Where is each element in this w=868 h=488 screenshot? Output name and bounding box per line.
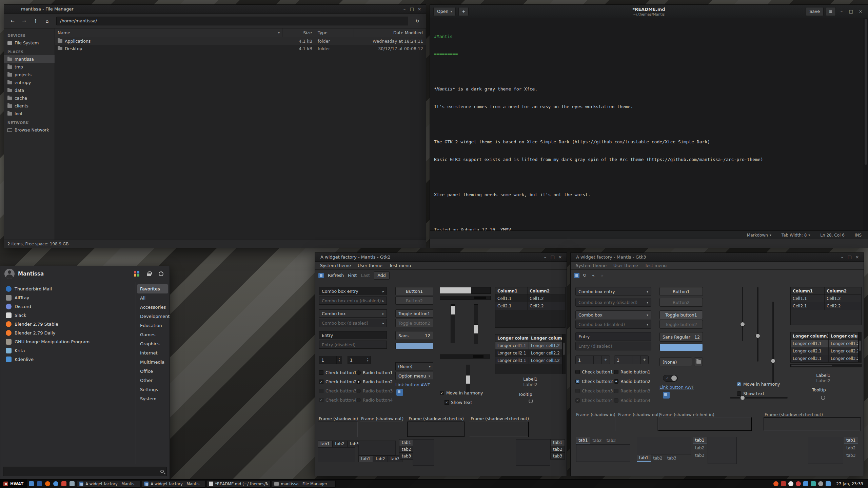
menu-test-menu[interactable]: Test menu [386,262,414,269]
add-button[interactable]: Add [374,271,390,280]
sidebar-item-mantissa[interactable]: mantissa [4,55,55,63]
menu-test-menu[interactable]: Test menu [642,262,670,269]
color-button[interactable] [659,344,703,351]
column-name[interactable]: Name▾ [55,28,283,37]
sidebar-item-cache[interactable]: cache [4,94,55,102]
category-other[interactable]: Other [137,376,168,385]
log-out-button[interactable] [157,269,165,278]
home-icon[interactable]: ⌂ [42,17,52,25]
minimize-icon[interactable]: – [838,9,845,14]
app-item-krita[interactable]: Krita [3,346,134,355]
column-type[interactable]: Type [315,28,354,37]
spin-minus-icon[interactable]: − [632,356,640,364]
font-button[interactable]: Sans12 [395,331,433,340]
app-item-blender-stable[interactable]: Blender 2.79 Stable [3,320,134,328]
show-text-checkbox[interactable]: Show text [737,391,764,396]
forward-icon[interactable]: → [19,17,29,25]
taskbar-window-file-manager[interactable]: mantissa - File Manager [272,480,336,488]
path-field[interactable]: /home/mantissa/ [56,17,408,25]
tray-icon[interactable] [796,481,801,486]
app-launcher[interactable] [27,480,35,488]
tab-tab3[interactable]: tab3 [665,454,679,462]
vertical-scrollbar[interactable] [858,332,861,362]
tab-tab3[interactable]: tab3 [550,453,565,460]
last-icon[interactable]: » [598,272,606,279]
text-area[interactable]: #Mantis ========= *Mantis* is a dark gra… [430,18,868,230]
file-row-applications[interactable]: Applications 4.1 kB folder Wednesday at … [55,37,426,45]
menu-system-theme[interactable]: System theme [317,262,354,269]
radio-button-2[interactable]: Radio button2 [356,379,393,384]
toggle-button1[interactable]: Toggle button1 [659,310,703,319]
button1[interactable]: Button1 [659,287,703,296]
spin-button[interactable]: 1▴▾ [319,356,342,364]
vertical-scale[interactable] [772,302,774,383]
vertical-scale[interactable] [757,287,758,362]
check-button-2[interactable]: ✓Check button2 [575,379,613,384]
maximize-icon[interactable]: □ [847,9,855,14]
close-icon[interactable]: × [416,6,423,12]
search-bar[interactable] [3,467,167,476]
menu-system-theme[interactable]: System theme [573,262,610,269]
vertical-scale[interactable] [742,287,743,341]
column-date-modified[interactable]: Date Modified [354,28,426,37]
menu-button[interactable]: ≡ [826,7,836,16]
spin-button[interactable]: 1−+ [575,355,610,364]
tab-tab2[interactable]: tab2 [651,454,665,462]
tray-icon[interactable] [818,481,823,486]
first-button[interactable]: First [348,273,357,278]
open-button[interactable]: Open▾ [433,7,456,16]
lock-screen-button[interactable] [144,269,153,278]
tab-width-selector[interactable]: Tab Width: 8▾ [782,233,810,238]
tab-tab2[interactable]: tab2 [844,444,858,452]
language-selector[interactable]: Markdown▾ [747,233,771,238]
combo-box-entry[interactable]: Combo box entry▸ [319,287,387,295]
category-all[interactable]: All [137,293,168,303]
sidebar-item-entropy[interactable]: entropy [4,79,55,86]
combo-box[interactable]: Combo box▸ [319,309,387,318]
spin-plus-icon[interactable]: + [601,356,610,364]
tab-tab2[interactable]: tab2 [373,455,388,462]
font-button[interactable]: Sans Regular12 [659,332,703,342]
tab-tab1[interactable]: tab1 [693,437,707,444]
settings-button[interactable] [132,269,141,278]
radio-button-1[interactable]: Radio button1 [356,370,393,375]
check-button-1[interactable]: Check button1 [319,370,357,375]
minimize-icon[interactable]: – [541,255,549,260]
table-longer-columns[interactable]: Longer column1Longer column2 Longer cell… [790,332,862,363]
scale-knob[interactable] [740,395,745,400]
entry[interactable]: Entry [575,332,651,341]
category-system[interactable]: System [137,394,168,403]
spin-plus-icon[interactable]: + [640,356,648,364]
table-row-selected[interactable]: Longer cell1.1Longer cell1.2 [791,340,861,347]
file-chooser-button[interactable]: (None) [659,358,692,366]
horizontal-scrollbar[interactable] [790,364,862,367]
app-item-discord[interactable]: Discord [3,302,134,311]
category-settings[interactable]: Settings [137,385,168,394]
button1[interactable]: Button1 [395,287,433,295]
category-favorites[interactable]: Favorites [137,284,168,293]
taskbar-window-readme[interactable]: *README.md (~/.themes/Ma... [207,480,271,488]
tab-tab1[interactable]: tab1 [637,454,651,462]
table-row[interactable]: Longer cell2.1Longer cell2.2 [791,347,861,355]
vertical-scale[interactable] [474,304,478,344]
table-row[interactable]: Longer cell2.1Longer cell2.2 [495,349,565,357]
table-row[interactable]: Cell2.1Cell2.2 [791,302,861,310]
link-button[interactable]: Link button AWF [659,385,694,390]
sidebar-item-file-system[interactable]: File System [4,39,55,47]
maximize-icon[interactable]: □ [549,255,556,260]
radio-button-1[interactable]: Radio button1 [614,369,650,374]
category-multimedia[interactable]: Multimedia [137,358,168,367]
clock[interactable]: 27 Jan, 23:39 [834,482,868,486]
vertical-scrollbar[interactable] [562,334,565,374]
back-icon[interactable]: ← [7,17,18,25]
refresh-icon[interactable]: ↻ [581,272,588,279]
maximize-icon[interactable]: □ [846,255,853,260]
app-launcher[interactable] [52,480,60,488]
applications-menu-button[interactable]: HWAT [0,480,27,488]
spin-button[interactable]: 1▴▾ [348,356,371,364]
minimize-icon[interactable]: – [839,255,846,260]
tab-tab2[interactable]: tab2 [550,446,565,453]
file-row-desktop[interactable]: Desktop 4.1 kB folder 30/12/17 at 00:08:… [55,45,426,52]
maximize-icon[interactable]: □ [408,6,416,12]
spin-button[interactable]: 1−+ [614,355,649,364]
